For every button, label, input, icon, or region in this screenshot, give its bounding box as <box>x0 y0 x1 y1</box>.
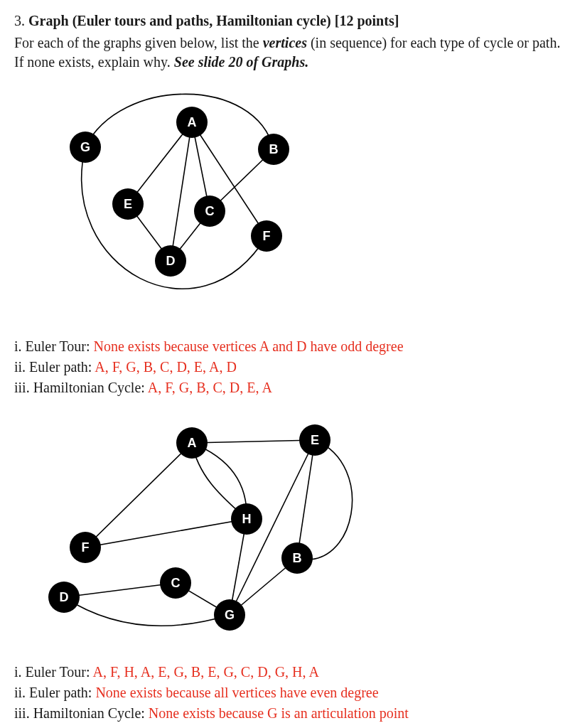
svg-text:G: G <box>80 140 90 154</box>
node-E: E <box>299 424 331 456</box>
graph-2-figure: A E H F B C D G <box>14 409 561 655</box>
prompt-vertices-word: vertices <box>263 35 307 50</box>
answer-value: None exists because vertices A and D hav… <box>94 338 404 354</box>
svg-text:D: D <box>60 590 69 604</box>
answer-ham-cycle: iii. Hamiltonian Cycle: None exists beca… <box>14 704 561 723</box>
svg-text:A: A <box>188 436 197 450</box>
prompt-text-1: For each of the graphs given below, list… <box>14 35 263 50</box>
svg-text:D: D <box>166 254 176 268</box>
answer-value: A, F, G, B, C, D, E, A <box>148 380 272 395</box>
svg-text:B: B <box>269 142 279 156</box>
graph-1-answers: i. Euler Tour: None exists because verti… <box>14 337 561 397</box>
node-C: C <box>194 196 225 227</box>
answer-ham-cycle: iii. Hamiltonian Cycle: A, F, G, B, C, D… <box>14 378 561 397</box>
answer-value: A, F, G, B, C, D, E, A, D <box>95 359 237 375</box>
node-D: D <box>48 582 80 613</box>
node-A: A <box>176 427 208 459</box>
svg-text:G: G <box>225 608 235 622</box>
answer-label: ii. Euler path: <box>14 685 95 700</box>
question-title: Graph (Euler tours and paths, Hamiltonia… <box>28 13 399 28</box>
node-G: G <box>70 132 101 163</box>
node-D: D <box>155 245 186 277</box>
svg-text:A: A <box>188 115 197 129</box>
edge <box>64 583 176 597</box>
node-A: A <box>176 107 208 138</box>
node-C: C <box>160 567 191 599</box>
answer-euler-path: ii. Euler path: None exists because all … <box>14 683 561 702</box>
prompt-see-slide: See slide 20 of Graphs. <box>174 54 308 70</box>
svg-text:C: C <box>171 576 181 590</box>
answer-value: None exists because all vertices have ev… <box>95 685 378 700</box>
svg-text:C: C <box>205 204 215 218</box>
node-H: H <box>231 503 262 535</box>
node-F: F <box>251 220 282 252</box>
node-F: F <box>70 532 101 563</box>
answer-label: i. Euler Tour: <box>14 664 92 680</box>
question-prompt: For each of the graphs given below, list… <box>14 33 561 72</box>
node-B: B <box>281 542 313 574</box>
answer-value: A, F, H, A, E, G, B, E, G, C, D, G, H, A <box>92 664 318 680</box>
answer-euler-tour: i. Euler Tour: A, F, H, A, E, G, B, E, G… <box>14 663 561 682</box>
edge <box>192 440 315 443</box>
answer-euler-path: ii. Euler path: A, F, G, B, C, D, E, A, … <box>14 358 561 377</box>
answer-label: iii. Hamiltonian Cycle: <box>14 705 149 721</box>
node-E: E <box>112 188 144 220</box>
edge <box>64 597 230 626</box>
svg-text:B: B <box>293 551 302 565</box>
svg-text:F: F <box>82 540 90 555</box>
svg-text:F: F <box>263 229 271 243</box>
graph-2-answers: i. Euler Tour: A, F, H, A, E, G, B, E, G… <box>14 663 561 723</box>
graph-1-figure: G A B E C D F <box>14 83 561 330</box>
node-G: G <box>214 599 245 631</box>
answer-value: None exists because G is an articulation… <box>149 705 409 721</box>
edge <box>171 122 192 261</box>
svg-text:E: E <box>311 433 319 447</box>
node-B: B <box>258 134 289 165</box>
question-number: 3. <box>14 13 25 28</box>
answer-label: ii. Euler path: <box>14 359 95 375</box>
question-heading: 3. Graph (Euler tours and paths, Hamilto… <box>14 11 561 31</box>
answer-label: iii. Hamiltonian Cycle: <box>14 380 148 395</box>
answer-label: i. Euler Tour: <box>14 338 94 354</box>
svg-text:H: H <box>242 512 252 526</box>
answer-euler-tour: i. Euler Tour: None exists because verti… <box>14 337 561 356</box>
svg-text:E: E <box>124 197 132 211</box>
